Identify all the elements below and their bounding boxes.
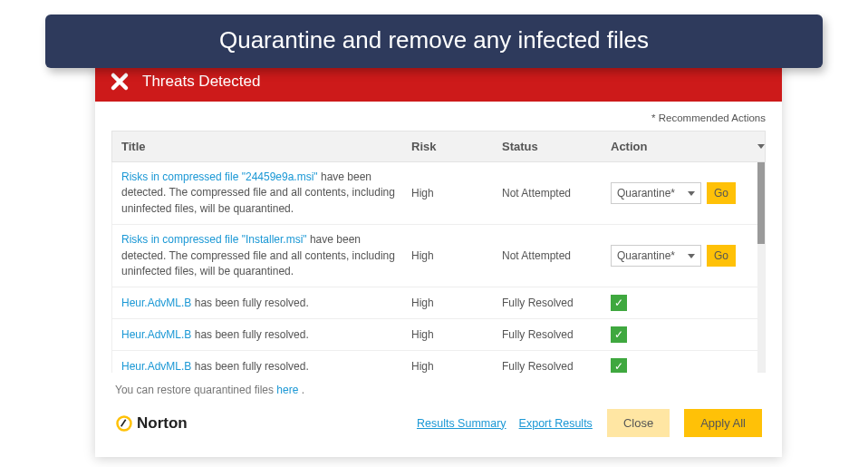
norton-logo-text: Norton (137, 414, 188, 433)
threats-window: Threats Detected * Recommended Actions T… (95, 63, 782, 457)
restore-note-prefix: You can restore quarantined files (115, 384, 276, 396)
export-results-link[interactable]: Export Results (519, 417, 593, 430)
threat-description: has been fully resolved. (191, 297, 308, 309)
window-title: Threats Detected (142, 73, 260, 91)
norton-logo-icon (115, 414, 133, 433)
chevron-down-icon (688, 254, 695, 258)
check-icon: ✓ (611, 295, 627, 311)
footer-bar: Norton Results Summary Export Results Cl… (111, 398, 766, 452)
col-action[interactable]: Action (611, 140, 765, 153)
table-body: Risks in compressed file "24459e9a.msi" … (111, 162, 766, 373)
action-select-label: Quarantine* (617, 249, 675, 262)
action-select[interactable]: Quarantine* (611, 245, 701, 267)
action-cell: Quarantine*Go (611, 182, 765, 204)
status-cell: Fully Resolved (502, 328, 611, 341)
chevron-down-icon (688, 191, 695, 196)
threat-title-cell: Heur.AdvML.B has been fully resolved. (121, 296, 411, 311)
recommended-actions-label: * Recommended Actions (111, 112, 766, 123)
threat-title-cell: Risks in compressed file "24459e9a.msi" … (121, 170, 411, 217)
scrollbar-thumb[interactable] (757, 162, 765, 244)
chevron-down-icon (757, 144, 765, 149)
table-row: Risks in compressed file "24459e9a.msi" … (112, 162, 765, 225)
risk-cell: High (411, 297, 502, 309)
threat-link[interactable]: Risks in compressed file "Installer.msi" (121, 233, 307, 246)
table-row: Risks in compressed file "Installer.msi"… (112, 225, 765, 287)
instruction-banner: Quarantine and remove any infected files (45, 15, 823, 68)
svg-point-0 (118, 416, 131, 430)
norton-logo: Norton (115, 414, 188, 433)
risk-cell: High (411, 360, 502, 373)
table-header-row: Title Risk Status Action (111, 131, 766, 162)
threat-title-cell: Heur.AdvML.B has been fully resolved. (121, 327, 411, 343)
col-title[interactable]: Title (121, 140, 411, 153)
restore-note-suffix: . (298, 384, 304, 396)
action-cell: ✓ (611, 326, 765, 343)
col-action-label: Action (611, 140, 647, 153)
status-cell: Fully Resolved (502, 297, 611, 309)
action-cell: ✓ (611, 295, 765, 311)
table-row: Heur.AdvML.B has been fully resolved.Hig… (112, 287, 765, 319)
window-header: Threats Detected (95, 63, 782, 102)
threat-description: has been fully resolved. (191, 360, 308, 373)
status-cell: Not Attempted (502, 249, 611, 262)
threat-title-cell: Risks in compressed file "Installer.msi"… (121, 232, 411, 279)
action-select[interactable]: Quarantine* (611, 182, 701, 204)
table-row: Heur.AdvML.B has been fully resolved.Hig… (112, 351, 765, 373)
threats-table: Title Risk Status Action Risks in compre… (111, 131, 766, 373)
action-select-label: Quarantine* (617, 187, 675, 199)
footer-links: Results Summary Export Results (417, 417, 593, 430)
go-button[interactable]: Go (707, 182, 736, 204)
threat-link[interactable]: Risks in compressed file "24459e9a.msi" (121, 170, 318, 183)
risk-cell: High (411, 249, 502, 262)
footer-right: Results Summary Export Results Close App… (417, 409, 762, 437)
risk-cell: High (411, 328, 502, 341)
col-risk[interactable]: Risk (411, 140, 502, 153)
threat-link[interactable]: Heur.AdvML.B (121, 360, 191, 373)
risk-cell: High (411, 187, 502, 199)
window-content: * Recommended Actions Title Risk Status … (95, 102, 782, 457)
apply-all-button[interactable]: Apply All (684, 409, 762, 437)
threat-x-icon (108, 70, 131, 93)
action-cell: ✓ (611, 358, 765, 373)
action-cell: Quarantine*Go (611, 245, 765, 267)
restore-here-link[interactable]: here (276, 384, 298, 396)
results-summary-link[interactable]: Results Summary (417, 417, 506, 430)
col-status[interactable]: Status (502, 140, 611, 153)
go-button[interactable]: Go (707, 245, 736, 267)
check-icon: ✓ (611, 326, 627, 343)
status-cell: Not Attempted (502, 187, 611, 199)
close-button[interactable]: Close (607, 409, 670, 437)
threat-title-cell: Heur.AdvML.B has been fully resolved. (121, 359, 411, 373)
threat-link[interactable]: Heur.AdvML.B (121, 328, 191, 341)
threat-description: has been fully resolved. (191, 328, 308, 341)
threat-link[interactable]: Heur.AdvML.B (121, 297, 191, 309)
scrollbar-track[interactable] (757, 162, 765, 373)
table-row: Heur.AdvML.B has been fully resolved.Hig… (112, 319, 765, 351)
check-icon: ✓ (611, 358, 627, 373)
status-cell: Fully Resolved (502, 360, 611, 373)
restore-note: You can restore quarantined files here . (111, 373, 766, 398)
